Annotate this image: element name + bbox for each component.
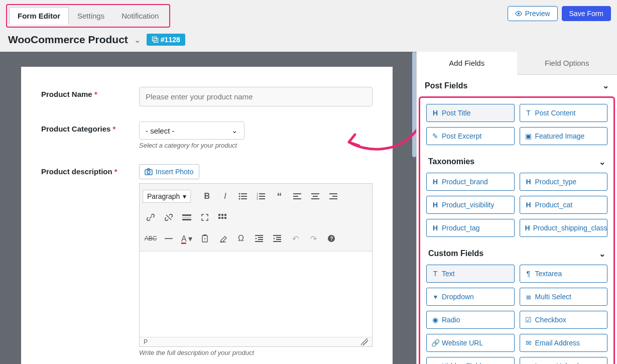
field-post-title[interactable]: HPost Title (426, 104, 515, 122)
svg-rect-27 (182, 217, 191, 218)
svg-text:T: T (204, 237, 206, 241)
section-custom-fields[interactable]: Custom Fields ⌄ (422, 241, 611, 261)
editor-status-bar: P (140, 337, 372, 346)
field-featured-image[interactable]: ▣Featured Image (520, 127, 608, 145)
svg-rect-26 (182, 214, 191, 216)
field-multi-select[interactable]: ≣Multi Select (520, 288, 608, 306)
outdent-button[interactable] (251, 231, 267, 246)
dropdown-icon: ▾ (432, 293, 439, 301)
clear-formatting-button[interactable] (215, 231, 231, 246)
tab-settings[interactable]: Settings (69, 7, 113, 25)
numbered-list-button[interactable]: 123 (253, 189, 269, 204)
field-product-type[interactable]: HProduct_type (520, 173, 608, 191)
field-textarea[interactable]: ¶Textarea (520, 265, 608, 283)
description-hint: Write the full description of your produ… (139, 349, 373, 356)
horizontal-line-button[interactable]: — (161, 231, 177, 246)
indent-button[interactable] (269, 231, 285, 246)
heading-icon: H (525, 178, 532, 186)
field-post-excerpt[interactable]: ✎Post Excerpt (426, 127, 515, 145)
svg-rect-25 (329, 198, 337, 199)
section-taxonomies[interactable]: Taxonomies ⌄ (422, 149, 611, 169)
align-left-button[interactable] (289, 189, 305, 204)
heading-icon: H (525, 224, 530, 232)
text-icon: T (525, 109, 532, 117)
svg-rect-30 (221, 214, 223, 216)
format-select[interactable]: Paragraph ▾ (143, 190, 191, 203)
field-image-upload[interactable]: ▣Image Upload (520, 357, 608, 364)
redo-button[interactable]: ↷ (305, 231, 321, 246)
preview-button[interactable]: Preview (508, 6, 558, 21)
product-name-label: Product Name * (41, 87, 139, 98)
link-button[interactable] (143, 210, 159, 225)
tab-notification[interactable]: Notification (113, 7, 167, 25)
tab-form-editor[interactable]: Form Editor (9, 7, 69, 25)
italic-button[interactable]: I (217, 189, 233, 204)
align-right-button[interactable] (325, 189, 341, 204)
text-icon: T (432, 270, 439, 278)
field-product-shipping-class[interactable]: HProduct_shipping_class (520, 219, 608, 237)
tab-field-options[interactable]: Field Options (517, 52, 618, 75)
svg-rect-39 (258, 237, 263, 238)
svg-rect-42 (273, 235, 281, 236)
text-color-button[interactable]: A ▾ (179, 231, 195, 246)
svg-rect-12 (259, 193, 265, 194)
field-post-content[interactable]: TPost Content (520, 104, 608, 122)
product-categories-select[interactable]: - select - ⌄ (139, 122, 244, 140)
field-website-url[interactable]: 🔗Website URL (426, 334, 515, 352)
categories-hint: Select a category for your product (139, 142, 373, 149)
align-center-button[interactable] (307, 189, 323, 204)
title-dropdown-icon[interactable]: ⌄ (134, 35, 141, 45)
editor-path: P (144, 338, 148, 345)
product-name-input[interactable] (139, 87, 373, 106)
preview-label: Preview (525, 10, 550, 18)
svg-rect-38 (255, 235, 263, 236)
svg-rect-24 (332, 196, 337, 197)
paste-text-button[interactable]: T (197, 231, 213, 246)
readmore-button[interactable] (179, 210, 195, 225)
svg-point-9 (239, 198, 240, 200)
editor-body[interactable] (140, 252, 372, 337)
save-form-button[interactable]: Save Form (562, 6, 611, 21)
field-product-cat[interactable]: HProduct_cat (520, 196, 608, 214)
svg-rect-43 (276, 237, 281, 238)
fullscreen-button[interactable] (197, 210, 213, 225)
title-row: WooCommerce Product ⌄ #1128 (0, 28, 617, 52)
bold-button[interactable]: B (199, 189, 215, 204)
canvas-scrollbar[interactable] (412, 52, 416, 157)
field-text[interactable]: TText (426, 265, 515, 283)
field-hidden-field[interactable]: øHidden Field (426, 357, 515, 364)
insert-photo-button[interactable]: Insert Photo (139, 164, 199, 179)
svg-point-5 (239, 193, 240, 195)
rich-text-editor: Paragraph ▾ B I 123 (139, 183, 373, 347)
resize-handle-icon[interactable] (361, 338, 368, 345)
blockquote-button[interactable]: “ (271, 189, 287, 204)
svg-rect-45 (273, 241, 281, 242)
fields-sidebar: Add Fields Field Options Post Fields ⌄ H… (416, 52, 617, 364)
field-checkbox[interactable]: ☑Checkbox (520, 311, 608, 329)
section-post-fields[interactable]: Post Fields ⌄ (417, 75, 617, 96)
heading-icon: H (432, 109, 439, 117)
svg-rect-36 (203, 234, 206, 236)
chevron-down-icon: ⌄ (599, 157, 605, 167)
field-product-brand[interactable]: HProduct_brand (426, 173, 515, 191)
field-dropdown[interactable]: ▾Dropdown (426, 288, 515, 306)
help-button[interactable]: ? (323, 231, 339, 246)
bullet-list-button[interactable] (235, 189, 251, 204)
image-icon: ▣ (525, 132, 532, 140)
field-email-address[interactable]: ✉Email Address (520, 334, 608, 352)
field-product-visibility[interactable]: HProduct_visibility (426, 196, 515, 214)
field-product-tag[interactable]: HProduct_tag (426, 219, 515, 237)
toolbar-toggle-button[interactable] (215, 210, 231, 225)
field-radio[interactable]: ◉Radio (426, 311, 515, 329)
form-id-badge[interactable]: #1128 (147, 34, 185, 46)
strikethrough-button[interactable]: ABC (143, 231, 159, 246)
undo-button[interactable]: ↶ (287, 231, 303, 246)
tab-add-fields[interactable]: Add Fields (417, 52, 517, 75)
svg-rect-40 (258, 239, 263, 240)
svg-rect-41 (255, 241, 263, 242)
unlink-button[interactable] (161, 210, 177, 225)
heading-icon: H (525, 201, 532, 209)
mail-icon: ✉ (525, 339, 532, 347)
checkbox-icon: ☑ (525, 316, 532, 324)
special-char-button[interactable]: Ω (233, 231, 249, 246)
